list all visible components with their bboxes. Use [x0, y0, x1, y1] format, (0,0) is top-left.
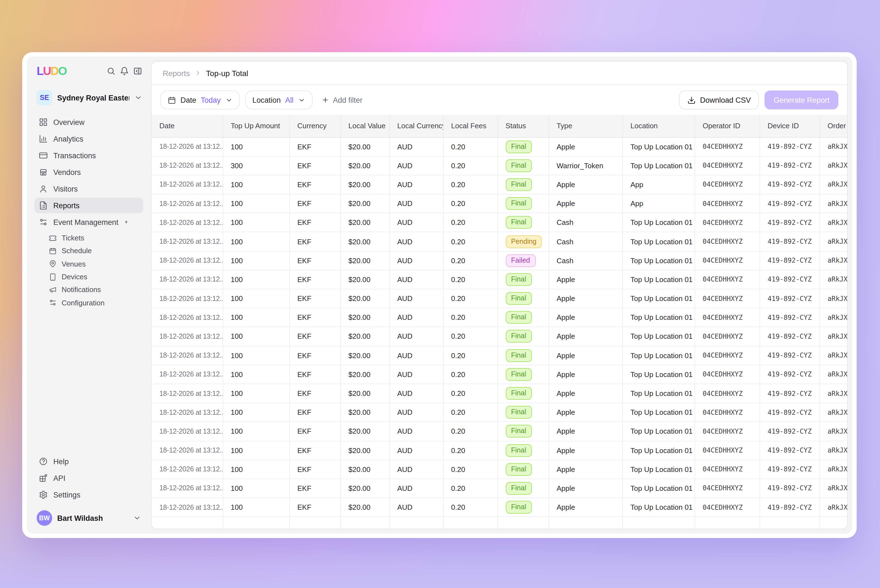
table-cell: Apple	[549, 384, 622, 403]
table-cell: EKF	[289, 384, 340, 403]
table-row: 18-12-2026 at 13:12...100EKF$20.00AUD0.2…	[151, 270, 847, 289]
table-cell: EKF	[289, 289, 340, 308]
table-cell: $20.00	[340, 175, 389, 194]
table-row: 18-12-2026 at 13:12...100EKF$20.00AUD0.2…	[151, 213, 847, 232]
table-cell: Apple	[549, 365, 622, 384]
sidebar-spacer	[34, 309, 143, 454]
table-cell: AUD	[389, 289, 443, 308]
table-row: 18-12-2026 at 13:12...100EKF$20.00AUD0.2…	[151, 194, 847, 213]
table-cell: 18-12-2026 at 13:12...	[151, 270, 223, 289]
add-filter-button[interactable]: Add filter	[321, 96, 363, 104]
table-cell: 419-892-CYZ	[760, 289, 820, 308]
sliders-icon	[49, 299, 57, 306]
table-row: 18-12-2026 at 13:12...100EKF$20.00AUD0.2…	[151, 422, 847, 441]
table-cell: aRkJX91	[820, 270, 847, 289]
location-filter[interactable]: Location All	[245, 90, 312, 110]
table-cell: Apple	[549, 422, 622, 441]
table-cell: 0.20	[443, 365, 498, 384]
api-icon	[39, 474, 48, 483]
table-cell: aRkJX91	[820, 289, 847, 308]
table-cell: Top Up Location 01	[622, 213, 694, 232]
table-cell: 18-12-2026 at 13:12...	[151, 346, 223, 365]
table-cell: 04CEDHHXYZ	[694, 308, 760, 327]
chevron-down-icon	[134, 94, 142, 102]
table-cell: 0.20	[443, 479, 498, 498]
table-cell: 18-12-2026 at 13:12...	[151, 156, 223, 175]
table-cell: EKF	[289, 213, 340, 232]
table-cell: Final	[498, 327, 549, 346]
table-cell: EKF	[289, 441, 340, 460]
table-cell: Top Up Location 01	[622, 460, 694, 478]
chevron-down-icon	[298, 96, 305, 104]
column-header: Type	[549, 115, 622, 137]
table-row-partial	[151, 517, 847, 529]
sidebar-subitem-venues[interactable]: Venues	[34, 257, 143, 270]
table-cell: Apple	[549, 137, 622, 156]
sidebar-subitem-tickets[interactable]: Tickets	[34, 231, 143, 244]
table-cell	[289, 517, 340, 529]
table-cell: 0.20	[443, 384, 498, 403]
calendar-icon	[168, 96, 176, 104]
calendar-icon	[49, 247, 57, 255]
user-menu[interactable]: BW Bart Wildash	[34, 510, 143, 527]
pin-icon	[49, 260, 57, 268]
search-icon[interactable]	[106, 67, 115, 75]
table-cell: Top Up Location 01	[622, 137, 694, 156]
table-cell: Final	[498, 308, 549, 327]
table-cell: AUD	[389, 403, 443, 422]
sidebar-item-transactions[interactable]: Transactions	[34, 148, 143, 163]
sidebar-subitem-notifications[interactable]: Notifications	[34, 283, 143, 296]
table-cell: $20.00	[340, 498, 389, 517]
sidebar-item-analytics[interactable]: Analytics	[34, 131, 143, 147]
sidebar-item-label: Reports	[53, 201, 79, 210]
sidebar-subitem-devices[interactable]: Devices	[34, 270, 143, 284]
date-filter-label: Date	[180, 96, 196, 104]
table-cell: Top Up Location 01	[622, 384, 694, 403]
sidebar-item-visitors[interactable]: Visitors	[34, 181, 143, 196]
table-cell: EKF	[289, 460, 340, 478]
sidebar-item-vendors[interactable]: Vendors	[34, 164, 143, 180]
breadcrumb-parent[interactable]: Reports	[163, 69, 190, 78]
table-cell: 18-12-2026 at 13:12...	[151, 194, 223, 213]
table-cell: Apple	[549, 308, 622, 327]
table-cell: Warrior_Token	[549, 156, 622, 175]
filter-bar: Date Today Location All Add filter	[151, 85, 847, 115]
sidebar-item-overview[interactable]: Overview	[34, 114, 143, 130]
date-filter[interactable]: Date Today	[160, 90, 240, 110]
sidebar-item-settings[interactable]: Settings	[34, 487, 143, 502]
table-row: 18-12-2026 at 13:12...100EKF$20.00AUD0.2…	[151, 441, 847, 460]
report-table: DateTop Up AmountCurrencyLocal ValueLoca…	[151, 115, 847, 529]
download-csv-button[interactable]: Download CSV	[679, 90, 759, 110]
table-cell: AUD	[389, 498, 443, 517]
table-cell: Final	[498, 479, 549, 498]
sidebar-item-help[interactable]: Help	[34, 454, 143, 469]
table-cell	[389, 517, 443, 529]
table-cell: 0.20	[443, 422, 498, 441]
sidebar-item-api[interactable]: API	[34, 470, 143, 486]
generate-report-button[interactable]: Generate Report	[765, 90, 838, 110]
table-cell: Apple	[549, 327, 622, 346]
table-cell: $20.00	[340, 137, 389, 156]
table-cell: aRkJX91	[820, 175, 847, 194]
org-selector[interactable]: SE Sydney Royal Easter S...	[37, 90, 142, 105]
event-management-sublist: TicketsScheduleVenuesDevicesNotification…	[34, 231, 143, 309]
bell-icon[interactable]	[120, 67, 129, 75]
table-cell: aRkJX91	[820, 365, 847, 384]
table-cell: 04CEDHHXYZ	[694, 270, 760, 289]
sidebar-subitem-schedule[interactable]: Schedule	[34, 244, 143, 258]
table-cell: Cash	[549, 213, 622, 232]
table-cell: 100	[223, 137, 289, 156]
app-window: LUDO SE Sydney Royal Easter S... Overvie…	[22, 52, 857, 538]
table-cell: App	[622, 175, 694, 194]
org-name: Sydney Royal Easter S...	[57, 93, 129, 102]
sidebar-item-event-management[interactable]: Event Management ▾	[34, 214, 143, 230]
download-csv-label: Download CSV	[700, 96, 751, 104]
table-cell: 419-892-CYZ	[760, 137, 820, 156]
collapse-sidebar-icon[interactable]	[133, 67, 142, 75]
sidebar-item-reports[interactable]: Reports	[34, 198, 143, 213]
table-row: 18-12-2026 at 13:12...100EKF$20.00AUD0.2…	[151, 251, 847, 270]
table-cell: 0.20	[443, 327, 498, 346]
vendors-icon	[39, 168, 48, 177]
sidebar-subitem-configuration[interactable]: Configuration	[34, 296, 143, 309]
table-row: 18-12-2026 at 13:12...100EKF$20.00AUD0.2…	[151, 403, 847, 422]
